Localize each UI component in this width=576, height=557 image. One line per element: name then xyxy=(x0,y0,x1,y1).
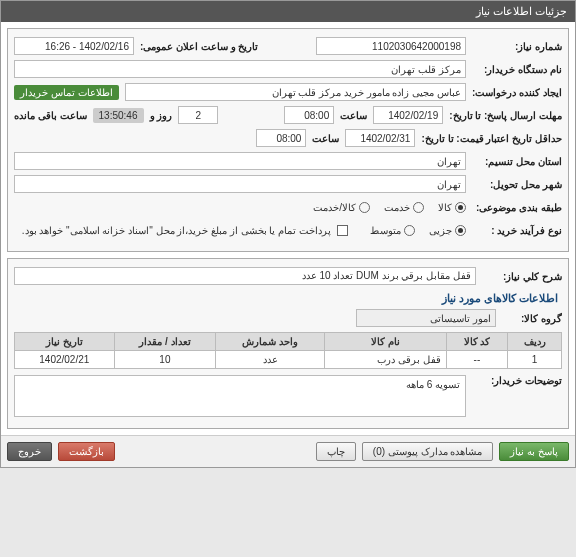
items-table: ردیف کد کالا نام کالا واحد شمارش تعداد /… xyxy=(14,332,562,369)
radio-service-label: خدمت xyxy=(384,202,410,213)
min-valid-time-field: 08:00 xyxy=(256,129,306,147)
radio-dot-icon xyxy=(404,225,415,236)
header-section: شماره نیاز: 1102030642000198 تاریخ و ساع… xyxy=(7,28,569,252)
radio-small-label: جزیی xyxy=(429,225,452,236)
min-valid-date-field: 1402/02/31 xyxy=(345,129,415,147)
window-title: جزئیات اطلاعات نیاز xyxy=(476,5,567,17)
payment-note: پرداخت تمام یا بخشی از مبلغ خرید،از محل … xyxy=(22,225,331,236)
items-section: شرح کلي نياز: قفل مقابل برقي برند DUM تع… xyxy=(7,258,569,429)
city-field: تهران xyxy=(14,175,466,193)
deadline-time-field: 08:00 xyxy=(284,106,334,124)
province-label: استان محل تنسیم: xyxy=(472,156,562,167)
titlebar: جزئیات اطلاعات نیاز xyxy=(1,1,575,22)
radio-small[interactable]: جزیی xyxy=(429,225,466,236)
radio-dot-icon xyxy=(413,202,424,213)
cell-code: -- xyxy=(446,351,508,369)
desc-label: شرح کلي نياز: xyxy=(482,271,562,282)
category-label: طبقه بندی موضوعی: xyxy=(472,202,562,213)
category-radio-group: کالا خدمت کالا/خدمت xyxy=(313,202,466,213)
process-radio-group: جزیی متوسط xyxy=(370,225,466,236)
province-field: تهران xyxy=(14,152,466,170)
radio-goods[interactable]: کالا xyxy=(438,202,466,213)
radio-medium[interactable]: متوسط xyxy=(370,225,415,236)
radio-goods-label: کالا xyxy=(438,202,452,213)
th-qty: تعداد / مقدار xyxy=(114,333,216,351)
remain-time-badge: 13:50:46 xyxy=(93,108,144,123)
buyer-notes-label: توضیحات خریدار: xyxy=(472,375,562,386)
treasury-checkbox[interactable] xyxy=(337,225,348,236)
cell-date: 1402/02/21 xyxy=(15,351,115,369)
contact-info-badge[interactable]: اطلاعات تماس خریدار xyxy=(14,85,119,100)
radio-dot-checked-icon xyxy=(455,202,466,213)
footer-bar: پاسخ به نیاز مشاهده مدارک پیوستی (0) چاپ… xyxy=(1,435,575,467)
cell-row: 1 xyxy=(508,351,562,369)
th-row: ردیف xyxy=(508,333,562,351)
respond-button[interactable]: پاسخ به نیاز xyxy=(499,442,569,461)
public-date-label: تاریخ و ساعت اعلان عمومی: xyxy=(140,41,258,52)
remain-label: ساعت باقی مانده xyxy=(14,110,87,121)
requester-label: ایجاد کننده درخواست: xyxy=(472,87,562,98)
group-field: امور تاسیساتی xyxy=(356,309,496,327)
day-label: روز و xyxy=(150,110,173,121)
group-label: گروه کالا: xyxy=(502,313,562,324)
print-button[interactable]: چاپ xyxy=(316,442,356,461)
requester-field: عباس مجیی زاده مامور خرید مرکز قلب تهران xyxy=(125,83,466,101)
radio-dot-checked-icon xyxy=(455,225,466,236)
days-left-field: 2 xyxy=(178,106,218,124)
time-label-2: ساعت xyxy=(312,133,339,144)
city-label: شهر محل تحویل: xyxy=(472,179,562,190)
back-button[interactable]: بازگشت xyxy=(58,442,115,461)
deadline-date-field: 1402/02/19 xyxy=(373,106,443,124)
radio-goods-service-label: کالا/خدمت xyxy=(313,202,356,213)
cell-unit: عدد xyxy=(216,351,325,369)
cell-name: قفل برقی درب xyxy=(325,351,447,369)
th-unit: واحد شمارش xyxy=(216,333,325,351)
cell-qty: 10 xyxy=(114,351,216,369)
table-row[interactable]: 1 -- قفل برقی درب عدد 10 1402/02/21 xyxy=(15,351,562,369)
time-label-1: ساعت xyxy=(340,110,367,121)
radio-service[interactable]: خدمت xyxy=(384,202,424,213)
th-date: تاریخ نیاز xyxy=(15,333,115,351)
min-valid-label: حداقل تاریخ اعتبار قیمت: تا تاریخ: xyxy=(421,133,562,144)
public-date-field: 1402/02/16 - 16:26 xyxy=(14,37,134,55)
items-header: اطلاعات کالاهای مورد نیاز xyxy=(14,292,558,305)
radio-medium-label: متوسط xyxy=(370,225,401,236)
radio-goods-service[interactable]: کالا/خدمت xyxy=(313,202,370,213)
dialog-window: جزئیات اطلاعات نیاز شماره نیاز: 11020306… xyxy=(0,0,576,468)
process-label: نوع فرآیند خرید : xyxy=(472,225,562,236)
table-header-row: ردیف کد کالا نام کالا واحد شمارش تعداد /… xyxy=(15,333,562,351)
exit-button[interactable]: خروج xyxy=(7,442,52,461)
buyer-org-label: نام دستگاه خریدار: xyxy=(472,64,562,75)
buyer-notes-field: تسویه 6 ماهه xyxy=(14,375,466,417)
need-no-field: 1102030642000198 xyxy=(316,37,466,55)
th-code: کد کالا xyxy=(446,333,508,351)
attachments-button[interactable]: مشاهده مدارک پیوستی (0) xyxy=(362,442,494,461)
radio-dot-icon xyxy=(359,202,370,213)
need-no-label: شماره نیاز: xyxy=(472,41,562,52)
deadline-label: مهلت ارسال پاسخ: تا تاریخ: xyxy=(449,110,562,121)
buyer-org-field: مرکز قلب تهران xyxy=(14,60,466,78)
th-name: نام کالا xyxy=(325,333,447,351)
desc-field: قفل مقابل برقي برند DUM تعداد 10 عدد xyxy=(14,267,476,285)
